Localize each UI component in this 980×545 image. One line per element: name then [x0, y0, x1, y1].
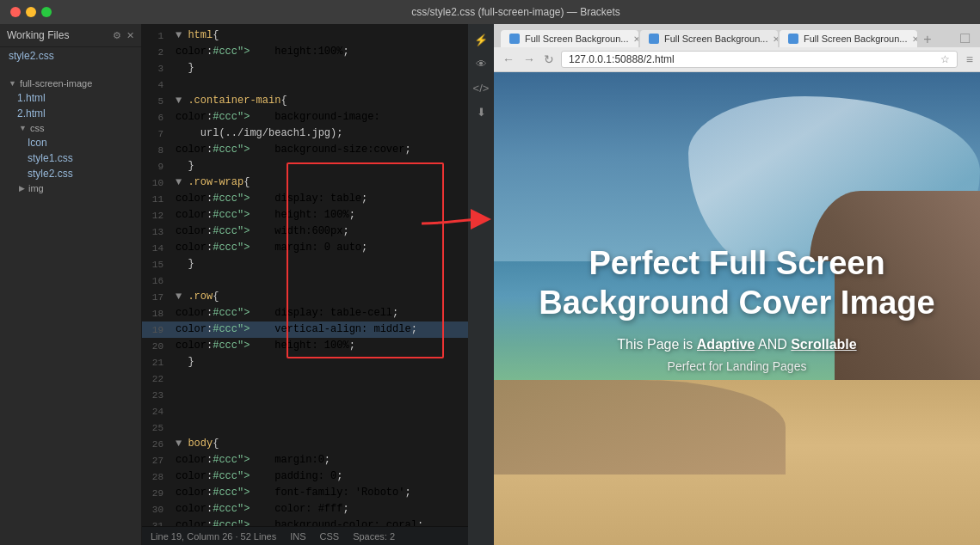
sidebar-item-1html[interactable]: 1.html [0, 90, 141, 106]
project-folder-label[interactable]: ▼ full-screen-image [9, 78, 133, 89]
code-line[interactable]: 24 [142, 403, 468, 419]
line-content: color:#ccc"> color: #fff; [172, 501, 468, 517]
code-line[interactable]: 16 [142, 272, 468, 289]
line-content: url(../img/beach1.jpg); [172, 126, 468, 141]
line-number: 18 [142, 305, 172, 321]
url-bar[interactable]: 127.0.0.1:50888/2.html ☆ [561, 51, 958, 68]
code-line[interactable]: 2color:#ccc"> height:100%; [142, 44, 468, 60]
code-line[interactable]: 27color:#ccc"> margin:0; [142, 452, 468, 468]
code-line[interactable]: 4 [142, 77, 468, 93]
adaptive-text: Adaptive [697, 337, 755, 352]
code-line[interactable]: 3 } [142, 60, 468, 77]
tab-favicon-1 [509, 34, 520, 44]
code-editor[interactable]: 1▼ html{2color:#ccc"> height:100%;3 }4 5… [142, 24, 468, 526]
line-content: ▼ .row{ [172, 289, 468, 304]
browser-chrome: Full Screen Backgroun... ✕ Full Screen B… [494, 24, 980, 72]
css-folder-label[interactable]: ▼ css [19, 123, 133, 133]
line-content: } [172, 256, 468, 272]
menu-icon[interactable]: ≡ [966, 52, 973, 66]
line-content: ▼ body{ [172, 436, 468, 451]
line-number: 24 [142, 403, 172, 419]
settings-icon[interactable]: ⚙ [113, 30, 121, 41]
code-line[interactable]: 21 } [142, 354, 468, 370]
code-line[interactable]: 8color:#ccc"> background-size:cover; [142, 142, 468, 158]
code-line[interactable]: 10▼ .row-wrap{ [142, 175, 468, 191]
code-line[interactable]: 12color:#ccc"> height: 100%; [142, 207, 468, 224]
close-button[interactable] [10, 7, 21, 17]
line-number: 14 [142, 240, 172, 256]
sidebar-item-2html[interactable]: 2.html [0, 106, 141, 121]
line-number: 29 [142, 485, 172, 501]
sidebar-file-style2[interactable]: style2.css [0, 47, 141, 64]
eye-icon[interactable]: 👁 [471, 53, 491, 74]
browser-tab-2[interactable]: Full Screen Backgroun... ✕ [640, 30, 778, 47]
maximize-button[interactable] [41, 7, 52, 17]
code-line[interactable]: 13color:#ccc"> width:600px; [142, 224, 468, 240]
line-content [172, 403, 468, 419]
tab-close-3[interactable]: ✕ [912, 34, 917, 44]
code-line[interactable]: 30color:#ccc"> color: #fff; [142, 501, 468, 517]
sidebar-item-style2[interactable]: style2.css [0, 166, 141, 181]
sidebar: Working Files ⚙ ✕ style2.css ▼ full-scre… [0, 24, 142, 545]
code-line[interactable]: 31color:#ccc"> background-color: coral; [142, 517, 468, 526]
code-line[interactable]: 26▼ body{ [142, 436, 468, 452]
triangle-icon: ▼ [9, 79, 16, 88]
code-line[interactable]: 17▼ .row{ [142, 289, 468, 305]
code-line[interactable]: 5▼ .container-main{ [142, 93, 468, 109]
line-col-status: Line 19, Column 26 · 52 Lines [151, 531, 276, 542]
line-content: color:#ccc"> height: 100%; [172, 338, 468, 353]
close-icon[interactable]: ✕ [126, 30, 134, 41]
sidebar-item-icon[interactable]: Icon [0, 135, 141, 150]
img-folder-label[interactable]: ▶ img [19, 183, 133, 193]
code-line[interactable]: 11color:#ccc"> display: table; [142, 191, 468, 207]
extract-icon[interactable]: ⬇ [471, 101, 491, 122]
code-line[interactable]: 23 [142, 387, 468, 403]
browser-tab-1[interactable]: Full Screen Backgroun... ✕ [501, 30, 638, 47]
code-line[interactable]: 6color:#ccc"> background-image: [142, 109, 468, 126]
img-folder: ▶ img [0, 181, 141, 195]
code-line[interactable]: 15 } [142, 256, 468, 272]
code-line[interactable]: 7 url(../img/beach1.jpg); [142, 126, 468, 142]
line-content: color:#ccc"> background-color: coral; [172, 517, 468, 526]
line-number: 30 [142, 501, 172, 517]
line-number: 11 [142, 191, 172, 207]
code-line[interactable]: 29color:#ccc"> font-family: 'Roboto'; [142, 485, 468, 501]
tab-close-1[interactable]: ✕ [633, 34, 638, 44]
tab-label-1: Full Screen Backgroun... [525, 34, 628, 44]
back-button[interactable]: ← [501, 51, 516, 68]
lightning-bolt-icon[interactable]: ⚡ [471, 29, 491, 50]
line-number: 20 [142, 338, 172, 354]
refresh-button[interactable]: ↻ [542, 51, 556, 68]
line-number: 31 [142, 517, 172, 526]
code-line[interactable]: 19color:#ccc"> vertical-align: middle; [142, 321, 468, 338]
code-line[interactable]: 14color:#ccc"> margin: 0 auto; [142, 240, 468, 256]
forward-button[interactable]: → [521, 51, 537, 68]
sidebar-actions: ⚙ ✕ [113, 30, 134, 41]
ins-mode: INS [290, 531, 305, 542]
code-line[interactable]: 20color:#ccc"> height: 100%; [142, 338, 468, 354]
line-number: 6 [142, 109, 172, 126]
code-line[interactable]: 9 } [142, 158, 468, 175]
tab-favicon-2 [649, 34, 659, 44]
code-line[interactable]: 1▼ html{ [142, 28, 468, 44]
tab-favicon-3 [788, 34, 798, 44]
code-icon[interactable]: </> [471, 77, 491, 98]
browser-tab-3[interactable]: Full Screen Backgroun... ✕ [780, 30, 917, 47]
code-line[interactable]: 28color:#ccc"> padding: 0; [142, 468, 468, 485]
language-mode[interactable]: CSS [320, 531, 340, 542]
new-tab-button[interactable]: + [919, 32, 936, 47]
spaces-setting[interactable]: Spaces: 2 [353, 531, 395, 542]
code-line[interactable]: 25 [142, 419, 468, 436]
minimize-button[interactable] [26, 7, 36, 17]
sidebar-item-style1[interactable]: style1.css [0, 150, 141, 166]
line-number: 26 [142, 436, 172, 452]
app-body: Working Files ⚙ ✕ style2.css ▼ full-scre… [0, 24, 980, 545]
bookmark-icon[interactable]: ☆ [940, 53, 950, 65]
traffic-lights [10, 7, 52, 17]
tab-close-2[interactable]: ✕ [773, 34, 778, 44]
code-line[interactable]: 18color:#ccc"> display: table-cell; [142, 305, 468, 321]
line-content: color:#ccc"> display: table-cell; [172, 305, 468, 321]
line-number: 9 [142, 158, 172, 175]
line-number: 25 [142, 419, 172, 436]
code-line[interactable]: 22 [142, 370, 468, 387]
